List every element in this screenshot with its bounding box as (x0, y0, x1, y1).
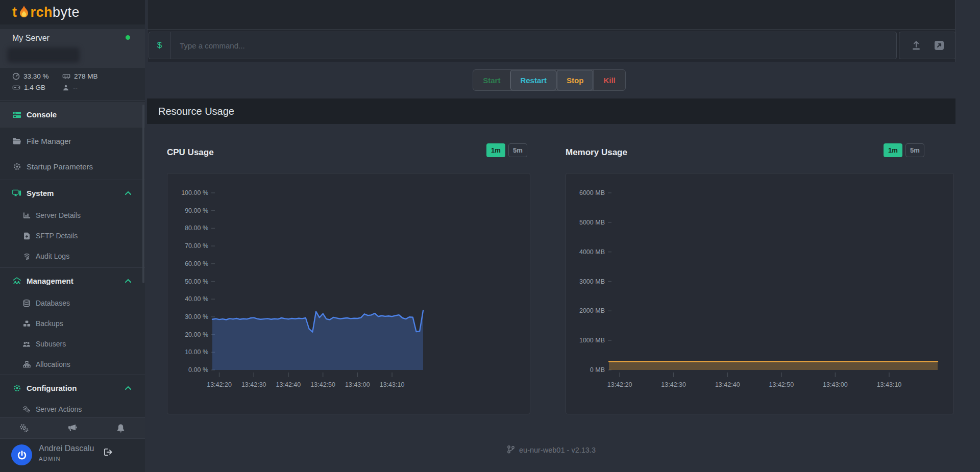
range-5m-button[interactable]: 5m (905, 143, 924, 157)
players-icon (62, 84, 69, 91)
memory-range-toggle: 1m 5m (884, 143, 924, 157)
sidebar-item-console[interactable]: Console (0, 102, 145, 127)
power-actions: Start Restart Stop Kill (145, 69, 953, 91)
file-icon (22, 232, 31, 240)
cpu-chart-title: CPU Usage (167, 147, 214, 158)
divider (0, 180, 145, 180)
memory-chart-title: Memory Usage (566, 147, 627, 158)
svg-text:60.00 %: 60.00 % (185, 260, 208, 267)
server-card[interactable]: My Server (0, 29, 145, 68)
section-title: Resource Usage (158, 106, 234, 117)
bell-icon[interactable] (111, 424, 131, 433)
sidebar-item-databases[interactable]: Databases (0, 294, 145, 312)
terminal-panel: $ (147, 0, 955, 62)
sidebar-item-startup-parameters[interactable]: Startup Parameters (0, 154, 145, 179)
app: t rch byte My Server 33.30 % (0, 0, 980, 472)
svg-text:3000 MB: 3000 MB (579, 278, 605, 285)
server-stats: 33.30 % 278 MB 1.4 GB -- (0, 70, 145, 99)
sidebar-item-sftp-details[interactable]: SFTP Details (0, 227, 145, 245)
gears-icon (22, 406, 31, 413)
chevron-up-icon (125, 383, 132, 392)
node-version-label: eu-nur-web01 - v2.13.3 (519, 446, 596, 454)
user-role: ADMIN (39, 456, 61, 462)
user-bar: Andrei Dascalu ADMIN (0, 439, 145, 472)
gauge-icon (12, 72, 20, 80)
sidebar-item-backups[interactable]: Backups (0, 314, 145, 333)
svg-text:13:43:10: 13:43:10 (380, 381, 405, 388)
divider (0, 127, 145, 128)
sidebar-section-system[interactable]: System (0, 181, 145, 205)
svg-text:1000 MB: 1000 MB (579, 337, 605, 344)
subusers-icon (22, 341, 31, 347)
brand-prefix: t (12, 5, 17, 20)
logo-bar: t rch byte (0, 0, 145, 24)
sidebar-section-management[interactable]: Management (0, 269, 145, 292)
chevron-up-icon (125, 188, 132, 197)
svg-text:13:43:00: 13:43:00 (345, 381, 370, 388)
kill-button[interactable]: Kill (593, 70, 625, 90)
disk-stat: 1.4 GB (12, 84, 45, 91)
brand-logo[interactable]: t rch byte (12, 5, 80, 20)
megaphone-icon[interactable] (62, 424, 83, 433)
svg-text:13:42:40: 13:42:40 (276, 381, 301, 388)
svg-text:13:43:10: 13:43:10 (877, 381, 902, 388)
sidebar-item-server-details[interactable]: Server Details (0, 206, 145, 225)
allocations-icon (22, 361, 31, 368)
power-icon (16, 450, 28, 461)
sidebar-item-server-actions[interactable]: Server Actions (0, 401, 145, 417)
gears-icon[interactable] (14, 424, 34, 433)
sidebar-footer-icons (0, 417, 145, 439)
range-1m-button[interactable]: 1m (884, 143, 902, 157)
restart-button[interactable]: Restart (510, 70, 556, 90)
memory-stat: 278 MB (62, 72, 98, 80)
cpu-range-toggle: 1m 5m (486, 143, 527, 157)
memory-icon (62, 72, 70, 80)
upload-icon[interactable] (910, 40, 922, 51)
svg-text:40.00 %: 40.00 % (185, 295, 208, 303)
chevron-up-icon (125, 276, 132, 285)
svg-text:70.00 %: 70.00 % (185, 242, 208, 250)
fingerprint-icon (22, 253, 31, 260)
sidebar-item-file-manager[interactable]: File Manager (0, 129, 145, 154)
svg-text:13:42:30: 13:42:30 (241, 381, 266, 388)
sidebar-section-configuration[interactable]: Configuration (0, 376, 145, 400)
range-5m-button[interactable]: 5m (508, 143, 527, 157)
svg-text:50.00 %: 50.00 % (185, 278, 208, 285)
start-button[interactable]: Start (473, 70, 510, 90)
sidebar-item-allocations[interactable]: Allocations (0, 355, 145, 374)
logout-icon[interactable] (103, 448, 113, 459)
git-branch-icon (507, 445, 515, 455)
gear-icon (12, 162, 21, 171)
range-1m-button[interactable]: 1m (486, 143, 505, 157)
backups-icon (22, 320, 31, 327)
avatar[interactable] (11, 444, 32, 465)
svg-text:2000 MB: 2000 MB (579, 307, 605, 314)
svg-text:13:43:00: 13:43:00 (823, 381, 848, 388)
memory-chart: 6000 MB5000 MB4000 MB3000 MB2000 MB1000 … (566, 173, 954, 414)
svg-text:13:42:20: 13:42:20 (607, 381, 632, 388)
sidebar-item-subusers[interactable]: Subusers (0, 335, 145, 353)
cpu-stat: 33.30 % (12, 72, 49, 80)
server-status-dot (126, 35, 130, 40)
svg-text:0.00 %: 0.00 % (188, 366, 208, 374)
main-content: $ Start Restart Stop Kill Resource Usa (145, 0, 980, 472)
sidebar-item-audit-logs[interactable]: Audit Logs (0, 247, 145, 265)
brand-suffix: byte (53, 5, 80, 20)
server-address-redacted (7, 47, 80, 63)
gear-icon (12, 384, 21, 392)
stop-button[interactable]: Stop (556, 70, 593, 90)
svg-text:5000 MB: 5000 MB (579, 219, 605, 226)
external-link-icon[interactable] (934, 40, 945, 51)
sidebar: t rch byte My Server 33.30 % (0, 0, 145, 472)
svg-text:0 MB: 0 MB (590, 366, 605, 374)
console-output[interactable] (148, 0, 955, 30)
flame-icon (18, 5, 30, 19)
command-prompt: $ (149, 32, 170, 59)
svg-text:13:42:40: 13:42:40 (715, 381, 740, 388)
command-input[interactable] (170, 32, 896, 59)
svg-text:13:42:30: 13:42:30 (661, 381, 686, 388)
power-button-group: Start Restart Stop Kill (473, 69, 626, 91)
console-icon (12, 111, 21, 119)
sidebar-scrollbar[interactable] (142, 105, 144, 283)
brand-mid: rch (31, 5, 53, 20)
